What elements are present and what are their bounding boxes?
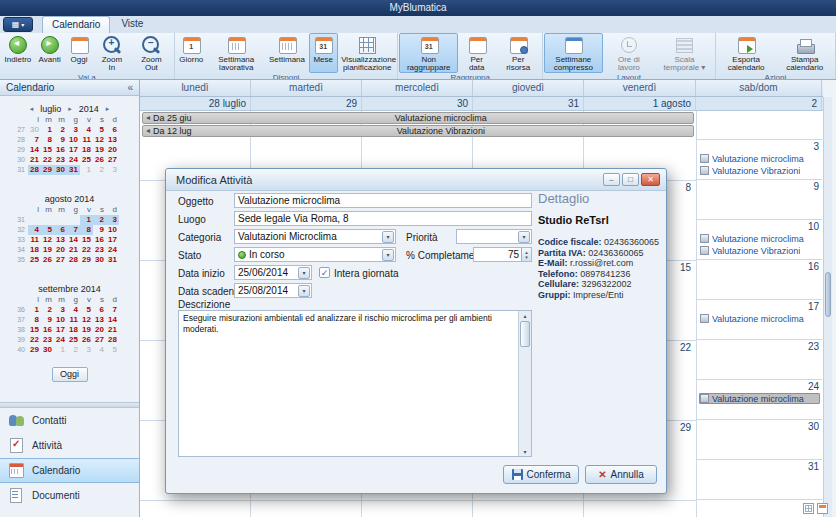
mini-day[interactable]: 6 xyxy=(54,225,67,235)
ribbon-button-per-data[interactable]: Per data xyxy=(458,33,495,73)
next-month-arrow-icon[interactable]: ▸ xyxy=(68,105,72,113)
mini-day[interactable]: 3 xyxy=(106,215,119,225)
mini-day[interactable]: 17 xyxy=(67,145,80,155)
mini-day[interactable]: 6 xyxy=(106,125,119,135)
mini-day[interactable]: 20 xyxy=(106,145,119,155)
mini-day[interactable]: 9 xyxy=(41,315,54,325)
mini-day[interactable]: 15 xyxy=(41,145,54,155)
weekend-cell[interactable]: 31 xyxy=(697,460,822,500)
mini-day[interactable]: 7 xyxy=(28,135,41,145)
annulla-button[interactable]: ✕ Annulla xyxy=(585,465,657,484)
mini-day[interactable]: 1 xyxy=(41,125,54,135)
ribbon-button-settimana[interactable]: Settimana xyxy=(266,33,309,73)
dropdown-arrow-icon[interactable]: ▾ xyxy=(518,231,530,243)
ribbon-button-settimane-compresso[interactable]: Settimane compresso xyxy=(544,33,603,73)
date-cell[interactable]: 31 xyxy=(473,97,584,110)
mini-day[interactable]: 21 xyxy=(67,245,80,255)
date-cell[interactable]: 30 xyxy=(362,97,473,110)
event-label[interactable]: Valutazione microclima xyxy=(699,233,820,244)
mini-day[interactable]: 9 xyxy=(54,135,67,145)
weekend-cell[interactable]: 30 xyxy=(697,420,822,460)
ribbon-button-oggi[interactable]: Oggi xyxy=(64,33,93,73)
mini-day[interactable]: 1 xyxy=(80,165,93,175)
mini-day[interactable]: 23 xyxy=(41,335,54,345)
mini-day[interactable]: 31 xyxy=(106,255,119,265)
mini-day[interactable]: 30 xyxy=(54,165,67,175)
mini-day[interactable]: 16 xyxy=(41,325,54,335)
ribbon-button-stampa-calendario[interactable]: Stampa calendario xyxy=(775,33,834,73)
mini-day[interactable]: 27 xyxy=(54,255,67,265)
minimize-button[interactable]: – xyxy=(603,173,620,186)
mini-day[interactable]: 26 xyxy=(80,335,93,345)
dropdown-arrow-icon[interactable]: ▾ xyxy=(382,249,394,261)
mini-day[interactable]: 12 xyxy=(93,135,106,145)
ribbon-button-zoom-out[interactable]: Zoom Out xyxy=(130,33,173,73)
mini-day[interactable]: 21 xyxy=(106,325,119,335)
app-menu-button[interactable]: ▦ ▾ xyxy=(3,17,33,32)
mini-day[interactable]: 5 xyxy=(106,345,119,355)
mini-day[interactable]: 26 xyxy=(93,155,106,165)
mini-day[interactable]: 15 xyxy=(80,235,93,245)
mini-day[interactable]: 17 xyxy=(106,235,119,245)
mini-day[interactable]: 13 xyxy=(54,235,67,245)
mini-day[interactable]: 30 xyxy=(28,125,41,135)
mini-day[interactable]: 4 xyxy=(67,305,80,315)
weekend-cell[interactable] xyxy=(697,111,822,140)
mini-day[interactable]: 22 xyxy=(28,335,41,345)
next-year-arrow-icon[interactable]: ▸ xyxy=(106,105,110,113)
mini-day[interactable]: 11 xyxy=(80,135,93,145)
maximize-button[interactable]: □ xyxy=(622,173,639,186)
scrollbar-thumb[interactable] xyxy=(825,272,831,317)
scroll-up-icon[interactable]: ▴ xyxy=(519,312,531,319)
luogo-input[interactable] xyxy=(234,211,532,226)
mini-day[interactable]: 19 xyxy=(93,145,106,155)
sidebar-item-calendario[interactable]: Calendario xyxy=(0,458,139,483)
mini-day[interactable]: 12 xyxy=(80,315,93,325)
prev-month-arrow-icon[interactable]: ◂ xyxy=(30,105,34,113)
mini-day[interactable]: 21 xyxy=(28,155,41,165)
mini-day[interactable]: 2 xyxy=(54,125,67,135)
mini-day[interactable]: 24 xyxy=(67,155,80,165)
sidebar-header[interactable]: Calendario « xyxy=(0,80,139,96)
mini-day[interactable]: 13 xyxy=(93,315,106,325)
mini-day[interactable]: 1 xyxy=(54,345,67,355)
mini-day[interactable]: 3 xyxy=(106,165,119,175)
sidebar-item-documenti[interactable]: Documenti xyxy=(0,483,139,508)
event-label[interactable]: Valutazione microclima xyxy=(699,313,820,324)
mini-day[interactable]: 30 xyxy=(41,345,54,355)
mini-day[interactable]: 22 xyxy=(80,245,93,255)
mini-day[interactable]: 30 xyxy=(93,255,106,265)
mini-day[interactable]: 7 xyxy=(106,305,119,315)
calendar-view-icon[interactable] xyxy=(817,503,828,514)
close-button[interactable]: ✕ xyxy=(641,173,660,186)
ribbon-button-settimana-lavorativa[interactable]: Settimana lavorativa xyxy=(207,33,266,73)
mini-day[interactable]: 8 xyxy=(28,315,41,325)
mini-day[interactable]: 11 xyxy=(28,235,41,245)
ribbon-button-zoom-in[interactable]: Zoom In xyxy=(94,33,130,73)
date-cell[interactable]: 1 agosto xyxy=(584,97,696,110)
mini-day[interactable]: 3 xyxy=(67,125,80,135)
spinner-arrows-icon[interactable]: ▴▾ xyxy=(521,248,531,261)
mini-day[interactable]: 23 xyxy=(54,155,67,165)
today-button[interactable]: Oggi xyxy=(52,367,88,382)
mini-day[interactable]: 29 xyxy=(41,165,54,175)
data-inizio-picker[interactable]: 25/06/2014 ▾ xyxy=(234,265,312,280)
priorita-select[interactable]: ▾ xyxy=(456,229,532,244)
mini-day[interactable]: 20 xyxy=(93,325,106,335)
mini-day[interactable]: 29 xyxy=(80,255,93,265)
dropdown-arrow-icon[interactable]: ▾ xyxy=(382,231,394,243)
ribbon-button-non-raggruppare[interactable]: Non raggruppare xyxy=(399,33,458,73)
event-banner[interactable]: ◂Da 12 lugValutazione Vibrazioni xyxy=(142,125,694,137)
scrollbar-thumb[interactable] xyxy=(520,321,530,347)
date-cell[interactable]: 2 xyxy=(696,97,822,110)
data-scadenza-picker[interactable]: 25/08/2014 ▾ xyxy=(234,283,312,298)
mini-day[interactable]: 11 xyxy=(67,315,80,325)
scroll-down-icon[interactable]: ▾ xyxy=(519,448,531,455)
collapse-icon[interactable]: « xyxy=(127,80,133,95)
mini-day[interactable]: 29 xyxy=(28,345,41,355)
tab-calendario[interactable]: Calendario xyxy=(42,16,110,33)
ribbon-button-scala-temporale[interactable]: Scala temporale ▾ xyxy=(655,33,714,73)
mini-day[interactable]: 28 xyxy=(67,255,80,265)
event-label[interactable]: Valutazione microclima xyxy=(699,153,820,164)
mini-day[interactable]: 31 xyxy=(67,165,80,175)
